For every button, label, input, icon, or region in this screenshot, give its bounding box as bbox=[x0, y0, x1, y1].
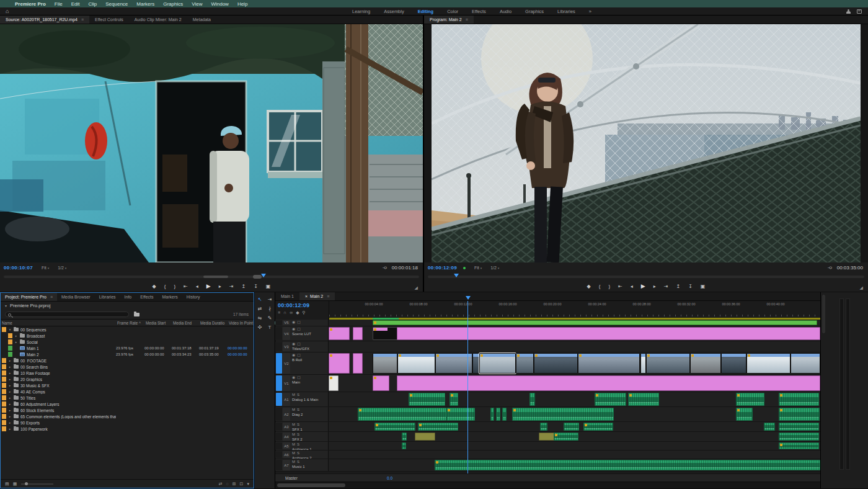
mute-button[interactable]: M bbox=[292, 451, 295, 455]
step-forward-button[interactable]: ▸ bbox=[653, 284, 656, 289]
source-patch-v5[interactable] bbox=[276, 320, 282, 325]
source-scrubber[interactable] bbox=[4, 273, 419, 280]
workspace-tab-libraries[interactable]: Libraries bbox=[557, 9, 575, 14]
label-color-swatch[interactable] bbox=[2, 414, 6, 419]
export-frame-button[interactable]: ▣ bbox=[701, 284, 706, 289]
label-color-swatch[interactable] bbox=[2, 327, 6, 332]
table-row[interactable]: ▸30 Music & SFX bbox=[1, 382, 254, 388]
source-timecode[interactable]: 00:00:10:07 bbox=[4, 265, 33, 271]
solo-button[interactable]: S bbox=[297, 442, 299, 447]
find-button[interactable]: ◌ bbox=[226, 482, 229, 487]
toggle-track-output-icon[interactable]: ◉ bbox=[292, 320, 295, 325]
track-header-a5[interactable]: A5MSAmbience 1 bbox=[275, 442, 329, 450]
video-clip[interactable] bbox=[534, 353, 578, 374]
track-target-v1[interactable]: V1 bbox=[283, 375, 290, 391]
audio-clip[interactable] bbox=[496, 408, 500, 421]
track-lane-a1[interactable] bbox=[329, 392, 820, 406]
menu-item-premiere-pro[interactable]: Premiere Pro bbox=[15, 1, 46, 7]
list-view-button[interactable]: ▤ bbox=[5, 482, 9, 487]
source-video[interactable] bbox=[0, 24, 423, 262]
track-lane-v4[interactable] bbox=[329, 326, 820, 341]
workspace-tab-editing[interactable]: Editing bbox=[418, 9, 433, 14]
track-header-a6[interactable]: A6MSAmbience 2 bbox=[275, 451, 329, 459]
twirl-icon[interactable]: ▸ bbox=[8, 371, 12, 375]
audio-clip[interactable] bbox=[583, 423, 613, 431]
selection-tool[interactable]: ↖ bbox=[255, 295, 265, 304]
table-row[interactable]: ▸40 AE Comps bbox=[1, 388, 254, 395]
source-fit-dropdown[interactable]: Fit ▾ bbox=[42, 266, 49, 270]
label-color-swatch[interactable] bbox=[2, 402, 6, 406]
program-video[interactable] bbox=[424, 24, 868, 262]
audio-clip[interactable] bbox=[418, 423, 459, 431]
twirl-icon[interactable]: ▸ bbox=[8, 408, 12, 412]
video-clip[interactable] bbox=[353, 353, 363, 374]
table-row[interactable]: ▾00 Sequences bbox=[1, 326, 254, 333]
audio-clip[interactable] bbox=[779, 433, 819, 441]
track-target-a2[interactable]: A2 bbox=[283, 408, 290, 421]
track-lane-v5[interactable] bbox=[329, 320, 820, 326]
label-color-swatch[interactable] bbox=[2, 370, 6, 375]
timeline-settings-icon[interactable]: ≡ bbox=[278, 310, 280, 315]
audio-clip[interactable] bbox=[595, 393, 626, 406]
track-target-a4[interactable]: A4 bbox=[283, 433, 290, 441]
track-lock-icon[interactable]: ▢ bbox=[297, 353, 301, 357]
add-marker-button[interactable]: ◆ bbox=[587, 284, 591, 289]
video-clip[interactable] bbox=[690, 353, 721, 374]
label-color-swatch[interactable] bbox=[2, 383, 6, 388]
audio-clip[interactable] bbox=[490, 408, 494, 421]
track-header-v3[interactable]: V3◉▢Titles/GFX bbox=[275, 341, 329, 352]
stack-icon[interactable] bbox=[857, 9, 862, 14]
source-patch-v3[interactable] bbox=[276, 342, 282, 351]
play-button[interactable]: ▶ bbox=[206, 283, 211, 289]
table-row[interactable]: Main 223.976 fps00:00:00:0000:03:34:2300… bbox=[1, 351, 254, 357]
mark-in-button[interactable]: { bbox=[599, 284, 601, 289]
video-clip[interactable] bbox=[397, 353, 435, 374]
label-color-swatch[interactable] bbox=[2, 420, 6, 425]
audio-clip[interactable] bbox=[554, 433, 578, 441]
home-icon[interactable]: ⌂ bbox=[6, 8, 9, 14]
delete-button[interactable]: ▾ bbox=[247, 482, 249, 487]
project-column-headers[interactable]: NameFrame Rate ^Media StartMedia EndMedi… bbox=[1, 319, 254, 326]
label-color-swatch[interactable] bbox=[8, 339, 12, 344]
project-tab[interactable]: Effects bbox=[136, 293, 157, 301]
menu-item-help[interactable]: Help bbox=[237, 1, 247, 7]
track-lane-a7[interactable] bbox=[329, 459, 820, 471]
source-patch-a1[interactable] bbox=[276, 393, 282, 406]
program-settings-icon[interactable]: ⚲ bbox=[827, 266, 833, 270]
track-lane-v3[interactable] bbox=[329, 341, 820, 352]
source-patch-a2[interactable] bbox=[276, 408, 282, 421]
project-tab[interactable]: Libraries bbox=[95, 293, 120, 301]
project-twirl-icon[interactable]: ▾ bbox=[5, 303, 7, 308]
audio-clip[interactable] bbox=[402, 442, 405, 449]
twirl-icon[interactable]: ▸ bbox=[8, 427, 12, 431]
track-lane-v2[interactable] bbox=[329, 352, 820, 374]
mute-button[interactable]: M bbox=[292, 460, 295, 464]
menu-item-file[interactable]: File bbox=[55, 1, 63, 7]
program-tab[interactable]: Program: Main 2≡ bbox=[424, 16, 474, 24]
audio-clip[interactable] bbox=[764, 423, 775, 431]
workspace-tab-learning[interactable]: Learning bbox=[352, 9, 370, 14]
track-select-tool[interactable]: ⇥ bbox=[265, 295, 275, 304]
column-header-0[interactable]: Name bbox=[1, 321, 116, 325]
timeline-scrollbar-thumb[interactable] bbox=[277, 483, 345, 487]
twirl-icon[interactable]: ▸ bbox=[8, 390, 12, 393]
source-patch-v1[interactable] bbox=[276, 375, 282, 391]
table-row[interactable]: ▸100 Paperwork bbox=[1, 426, 254, 432]
track-target-v3[interactable]: V3 bbox=[283, 342, 290, 351]
workspace-tab-assembly[interactable]: Assembly bbox=[384, 9, 404, 14]
project-tab[interactable]: Media Browser bbox=[57, 293, 95, 301]
source-patch-a7[interactable] bbox=[276, 460, 282, 470]
video-clip[interactable] bbox=[746, 353, 790, 374]
video-clip[interactable] bbox=[435, 353, 472, 374]
icon-view-button[interactable]: ▦ bbox=[13, 482, 17, 487]
twirl-icon[interactable]: ▸ bbox=[14, 340, 18, 344]
video-clip[interactable] bbox=[640, 353, 647, 374]
track-lane-a4[interactable] bbox=[329, 432, 820, 441]
twirl-icon[interactable]: ▸ bbox=[8, 365, 12, 369]
workspace-tab-audio[interactable]: Audio bbox=[500, 9, 512, 14]
track-header-a7[interactable]: A7MSMusic 1 bbox=[275, 459, 329, 471]
mark-in-button[interactable]: { bbox=[164, 284, 166, 289]
audio-clip[interactable] bbox=[374, 423, 415, 431]
twirl-icon[interactable]: ▸ bbox=[8, 384, 12, 387]
track-target-a1[interactable]: A1 bbox=[283, 393, 290, 406]
